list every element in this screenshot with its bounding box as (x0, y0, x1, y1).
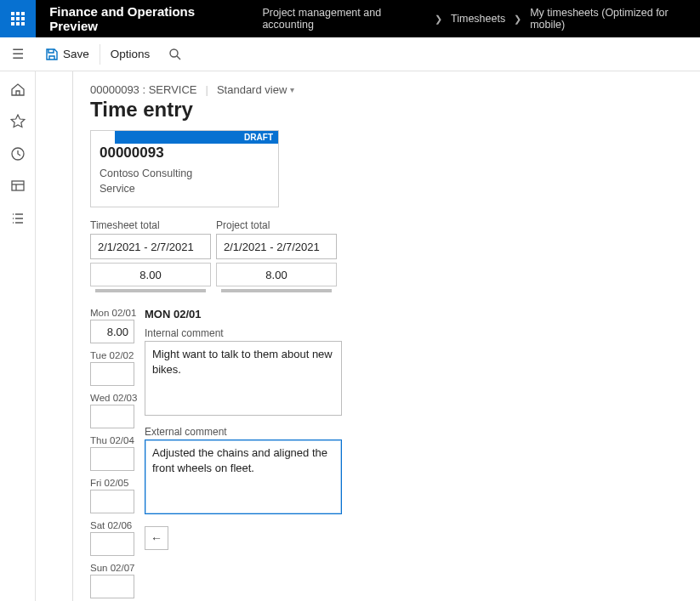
arrow-left-icon: ← (151, 531, 162, 545)
search-icon (168, 48, 182, 61)
status-label: DRAFT (244, 133, 273, 142)
star-icon[interactable] (10, 114, 26, 129)
chevron-right-icon: ❯ (430, 14, 447, 25)
project-total-value: 8.00 (216, 263, 337, 286)
project-total-label: Project total (216, 219, 337, 231)
day-label-mon: Mon 02/01 (90, 308, 143, 318)
timesheet-total-label: Timesheet total (90, 219, 211, 231)
breadcrumb: Project management and accounting ❯ Time… (252, 7, 700, 31)
chevron-down-icon: ▾ (290, 85, 294, 94)
day-input-thu[interactable] (90, 447, 134, 471)
day-input-sun[interactable] (90, 575, 134, 598)
crumb-page[interactable]: My timesheets (Optimized for mobile) (526, 7, 700, 31)
day-label-thu: Thu 02/04 (90, 435, 143, 445)
days-column: Mon 02/01 Tue 02/02 Wed 02/03 Thu 02/04 (90, 308, 143, 601)
day-input-tue[interactable] (90, 362, 134, 386)
detail-column: MON 02/01 Internal comment Might want to… (145, 308, 342, 550)
page-title: Time entry (90, 98, 683, 122)
page-gutter (36, 71, 73, 601)
command-bar: ☰ Save Options (0, 37, 700, 71)
record-id-line: 00000093 : SERVICE (90, 83, 197, 96)
crumb-module[interactable]: Project management and accounting (259, 7, 430, 31)
separator: | (206, 83, 208, 96)
day-label-wed: Wed 02/03 (90, 393, 143, 403)
workspace-icon[interactable] (10, 179, 26, 194)
view-label: Standard view (217, 83, 287, 96)
nav-toggle-button[interactable]: ☰ (0, 37, 36, 71)
underline (221, 289, 332, 292)
app-launcher-button[interactable] (0, 0, 36, 37)
day-label-tue: Tue 02/02 (90, 350, 143, 360)
recent-icon[interactable] (10, 146, 26, 162)
day-input-fri[interactable] (90, 490, 134, 513)
waffle-icon (11, 12, 25, 26)
external-comment-input[interactable]: Adjusted the chains and aligned the fron… (145, 439, 342, 514)
svg-point-0 (170, 49, 178, 57)
card-service: Service (100, 182, 270, 197)
back-button[interactable]: ← (145, 526, 168, 550)
svg-rect-3 (12, 181, 24, 190)
search-button[interactable] (160, 37, 191, 71)
selected-day-header: MON 02/01 (145, 308, 342, 320)
day-input-wed[interactable] (90, 405, 134, 428)
day-label-fri: Fri 02/05 (90, 478, 143, 488)
svg-line-1 (177, 56, 180, 60)
timesheet-total-value: 8.00 (90, 263, 211, 286)
save-label: Save (63, 48, 89, 60)
global-header: Finance and Operations Preview Project m… (0, 0, 700, 37)
underline (95, 289, 206, 292)
external-comment-label: External comment (145, 426, 342, 438)
card-id: 00000093 (100, 145, 270, 162)
internal-comment-label: Internal comment (145, 327, 342, 339)
totals-section: Timesheet total 2/1/2021 - 2/7/2021 8.00… (90, 219, 683, 292)
record-context-line: 00000093 : SERVICE | Standard view ▾ (90, 83, 683, 96)
day-label-sun: Sun 02/07 (90, 563, 143, 573)
timesheet-card[interactable]: DRAFT 00000093 Contoso Consulting Servic… (90, 130, 279, 207)
day-input-sat[interactable] (90, 532, 134, 556)
home-icon[interactable] (10, 82, 26, 97)
day-input-mon[interactable] (90, 320, 134, 343)
left-nav-rail (0, 71, 36, 601)
view-selector[interactable]: Standard view ▾ (217, 83, 294, 96)
save-button[interactable]: Save (36, 37, 100, 71)
page-content: 00000093 : SERVICE | Standard view ▾ Tim… (73, 71, 700, 601)
internal-comment-input[interactable]: Might want to talk to them about new bik… (145, 341, 342, 416)
card-customer: Contoso Consulting (100, 167, 270, 182)
hamburger-icon: ☰ (12, 46, 24, 62)
save-icon (46, 48, 58, 60)
day-label-sat: Sat 02/06 (90, 520, 143, 530)
chevron-right-icon: ❯ (509, 14, 526, 25)
modules-icon[interactable] (10, 211, 26, 226)
crumb-area[interactable]: Timesheets (447, 13, 509, 25)
project-range-field[interactable]: 2/1/2021 - 2/7/2021 (216, 234, 337, 259)
product-name: Finance and Operations Preview (36, 4, 252, 33)
timesheet-range-field[interactable]: 2/1/2021 - 2/7/2021 (90, 234, 211, 259)
status-badge: DRAFT (115, 131, 278, 144)
options-button[interactable]: Options (100, 37, 161, 71)
options-label: Options (111, 48, 151, 60)
